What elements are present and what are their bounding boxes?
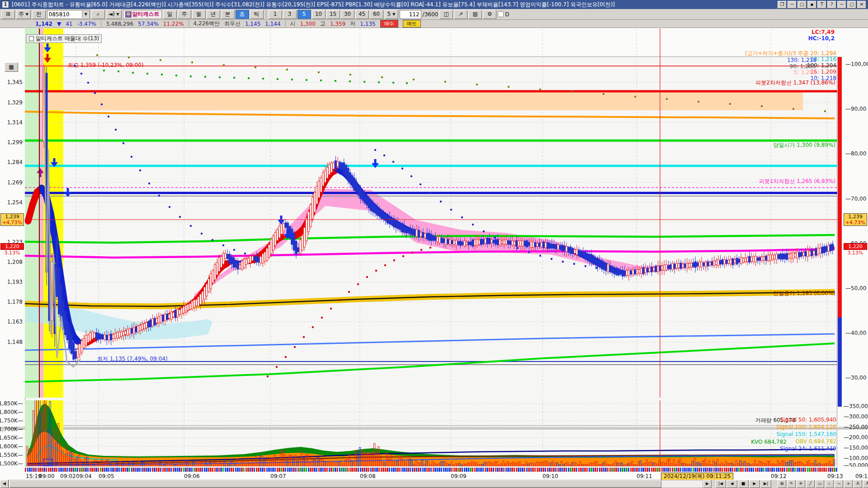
d-checkbox[interactable] [498, 11, 504, 17]
sound-button[interactable]: ◄) ▾ [106, 10, 122, 19]
save-icon[interactable]: ▤ [468, 10, 482, 19]
font-icon[interactable]: T [817, 1, 826, 9]
tick-color-cell [308, 468, 309, 472]
sell-button[interactable]: 매도 [403, 20, 421, 28]
zoom-in-icon[interactable]: + [844, 480, 853, 488]
window-title: [0601] 주식종합차트 - 유통비율[65.0] 거래대금[4,226(백만… [12, 1, 615, 9]
period-button-월[interactable]: 월 [192, 10, 206, 19]
tick-color-cell [765, 468, 767, 472]
interval-button-30[interactable]: 30 [341, 10, 354, 19]
tick-color-cell [351, 468, 353, 472]
tick-color-cell [187, 468, 189, 472]
tick-color-cell [603, 468, 604, 472]
popout-icon[interactable]: ❐ [778, 1, 787, 9]
tick-color-cell [399, 468, 401, 472]
maximize-icon[interactable]: ▢ [797, 1, 807, 9]
period-button-초[interactable]: 초 [236, 10, 249, 19]
time-axis: 2024/12/19(목) 09:11:25 15:1909:0009:0209… [0, 467, 868, 481]
zoom-out-icon[interactable]: − [835, 480, 843, 488]
scroll-right-icon[interactable]: ▶ [703, 480, 712, 488]
step-back-icon[interactable]: ◀ [726, 480, 737, 488]
tick-color-cell [703, 468, 704, 472]
pin-icon[interactable]: ▪ [807, 1, 816, 9]
tick-color-cell [607, 468, 609, 472]
legend-checkbox[interactable] [29, 36, 34, 41]
zoom-icon[interactable]: ⌕ [825, 480, 834, 488]
interval-button-1[interactable]: 1 [269, 10, 282, 19]
tick-color-cell [382, 468, 384, 472]
jump-start-icon[interactable]: |◀ [715, 480, 726, 488]
buy-button[interactable]: 매수 [380, 20, 398, 28]
tick-color-cell [509, 468, 511, 472]
period-button-틱[interactable]: 틱 [250, 10, 264, 19]
scrollbar-thumb[interactable] [9, 480, 661, 488]
ma-value-label: 5: 1,209 [794, 69, 816, 75]
jump-end-icon[interactable]: ▶| [760, 480, 771, 488]
tick-color-cell [586, 468, 588, 472]
bar-count-input[interactable] [400, 11, 421, 18]
tick-color-cell [480, 468, 481, 472]
tick-color-cell [393, 468, 394, 472]
scroll-left-icon[interactable]: ◀ [0, 480, 9, 488]
volume-axis-label: 1,650K— [0, 435, 23, 441]
settings-gear-icon[interactable]: ⚙ [483, 10, 496, 19]
interval-button-15[interactable]: 15 [326, 10, 340, 19]
period-button-일[interactable]: 일 [163, 10, 177, 19]
chart-legend[interactable]: 알티캐스트 매물대 수(13) [26, 34, 102, 43]
interval-button-5[interactable]: 5 [297, 10, 311, 19]
tick-color-cell [262, 468, 263, 472]
code-dropdown-icon[interactable]: ▼ [82, 11, 90, 18]
prev-stock-button[interactable]: 전 [32, 10, 46, 19]
tick-color-cell [251, 468, 253, 472]
stock-code-input[interactable] [47, 11, 82, 18]
title-bar[interactable]: 1 [0601] 주식종합차트 - 유통비율[65.0] 거래대금[4,226(… [0, 0, 868, 9]
help-icon[interactable]: ? [827, 1, 836, 9]
tick-color-cell [94, 468, 95, 472]
period-button-분[interactable]: 분 [221, 10, 235, 19]
interval-button-3[interactable]: 3 [283, 10, 297, 19]
grid-toggle-button[interactable]: ▦ [5, 62, 18, 72]
chart-scrollbar[interactable] [9, 480, 703, 488]
crosshair-icon[interactable]: ✛ [797, 480, 805, 488]
tick-color-cell [563, 468, 565, 472]
draw-icon[interactable]: ✎ [787, 480, 796, 488]
interval-button-60[interactable]: 60 [370, 10, 383, 19]
tick-color-cell [715, 468, 717, 472]
grid-icon[interactable]: ⊞ [778, 480, 786, 488]
market-type-dropdown[interactable]: 주 ▾ [16, 10, 31, 19]
search-button[interactable]: ⌕ [91, 10, 105, 19]
main-chart-svg[interactable] [25, 28, 837, 398]
period-button-주[interactable]: 주 [178, 10, 191, 19]
add-indicator-icon[interactable]: ◫ [439, 10, 453, 19]
font-small-icon[interactable]: A [854, 480, 862, 488]
tick-color-cell [39, 468, 41, 472]
interval-button-45[interactable]: 45 [355, 10, 369, 19]
font-large-icon[interactable]: A [863, 480, 868, 488]
win-minimize-icon[interactable]: ─ [837, 1, 846, 9]
period-button-년[interactable]: 년 [207, 10, 220, 19]
window-select-button[interactable]: ⊞ [1, 10, 15, 19]
stock-code-combo[interactable]: ▼ [47, 10, 90, 19]
tick-color-cell [551, 468, 552, 472]
trendline-icon[interactable]: ↗ [454, 10, 467, 19]
tick-color-cell [395, 468, 396, 472]
win-restore-icon[interactable]: ▢ [847, 1, 856, 9]
interval-value-dropdown[interactable]: 5 ▾ [385, 10, 398, 19]
tick-color-cell [147, 468, 149, 472]
stop-icon[interactable]: ■ [738, 480, 749, 488]
percent-axis-label: —70,00 [845, 196, 866, 202]
volume-chart-svg[interactable] [25, 400, 837, 466]
close-icon[interactable]: ✕ [857, 1, 866, 9]
minimize-icon[interactable]: ─ [788, 1, 797, 9]
tick-color-cell [314, 468, 315, 472]
interval-button-10[interactable]: 10 [312, 10, 326, 19]
step-forward-icon[interactable]: ▶ [749, 480, 760, 488]
tick-color-cell [568, 468, 569, 472]
trend-icon[interactable]: ╱ [806, 480, 815, 488]
tick-color-cell [632, 468, 633, 472]
tick-color-cell [295, 468, 297, 472]
tick-color-cell [665, 468, 667, 472]
region-icon[interactable]: ▭ [816, 480, 824, 488]
tick-color-cell [680, 468, 681, 472]
tick-color-cell [437, 468, 438, 472]
